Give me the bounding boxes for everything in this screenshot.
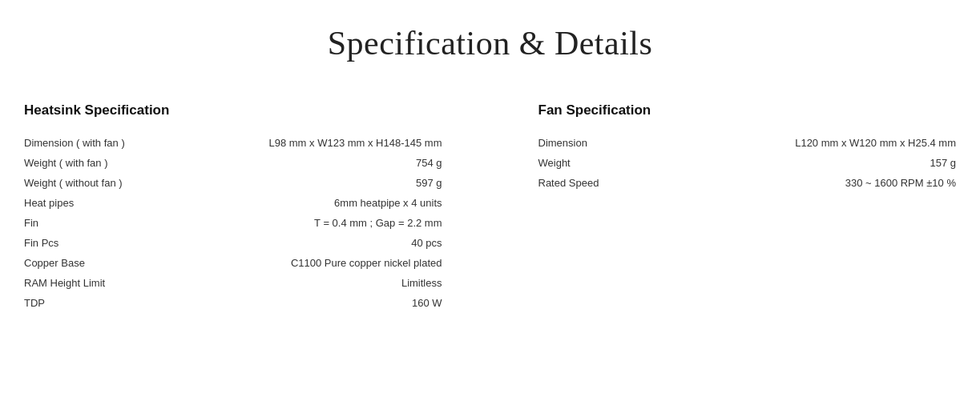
heatsink-section: Heatsink Specification Dimension ( with … [24,102,442,313]
table-row: TDP160 W [24,293,442,313]
specs-grid: Heatsink Specification Dimension ( with … [16,102,964,313]
table-row: Dimension ( with fan )L98 mm x W123 mm x… [24,133,442,153]
spec-label: Fin [24,213,152,233]
table-row: DimensionL120 mm x W120 mm x H25.4 mm [538,133,957,153]
page-title: Specification & Details [16,24,964,62]
page-container: Specification & Details Heatsink Specifi… [0,0,980,409]
spec-label: Weight ( with fan ) [24,153,152,173]
spec-label: Weight ( without fan ) [24,173,152,193]
spec-value: 597 g [152,173,442,193]
table-row: Heat pipes6mm heatpipe x 4 units [24,193,442,213]
table-row: Weight ( without fan )597 g [24,173,442,193]
fan-section: Fan Specification DimensionL120 mm x W12… [538,102,957,313]
table-row: Weight ( with fan )754 g [24,153,442,173]
spec-value: 754 g [152,153,442,173]
spec-label: Weight [538,153,667,173]
spec-value: 157 g [667,153,957,173]
spec-value: 160 W [152,293,442,313]
spec-value: C1100 Pure copper nickel plated [152,253,442,273]
fan-table: DimensionL120 mm x W120 mm x H25.4 mmWei… [538,133,957,193]
table-row: Copper BaseC1100 Pure copper nickel plat… [24,253,442,273]
spec-label: Rated Speed [538,173,667,193]
spec-value: 40 pcs [152,233,442,253]
heatsink-table: Dimension ( with fan )L98 mm x W123 mm x… [24,133,442,313]
spec-value: L98 mm x W123 mm x H148-145 mm [152,133,442,153]
spec-value: 6mm heatpipe x 4 units [152,193,442,213]
spec-label: Dimension ( with fan ) [24,133,152,153]
spec-label: RAM Height Limit [24,273,152,293]
spec-value: 330 ~ 1600 RPM ±10 % [667,173,957,193]
spec-label: Copper Base [24,253,152,273]
spec-value: T = 0.4 mm ; Gap = 2.2 mm [152,213,442,233]
spec-value: Limitless [152,273,442,293]
spec-label: Dimension [538,133,667,153]
spec-label: TDP [24,293,152,313]
fan-heading: Fan Specification [538,102,957,118]
table-row: RAM Height LimitLimitless [24,273,442,293]
table-row: Weight157 g [538,153,957,173]
spec-value: L120 mm x W120 mm x H25.4 mm [667,133,957,153]
spec-label: Heat pipes [24,193,152,213]
heatsink-heading: Heatsink Specification [24,102,442,118]
table-row: Fin Pcs40 pcs [24,233,442,253]
table-row: FinT = 0.4 mm ; Gap = 2.2 mm [24,213,442,233]
table-row: Rated Speed330 ~ 1600 RPM ±10 % [538,173,957,193]
spec-label: Fin Pcs [24,233,152,253]
